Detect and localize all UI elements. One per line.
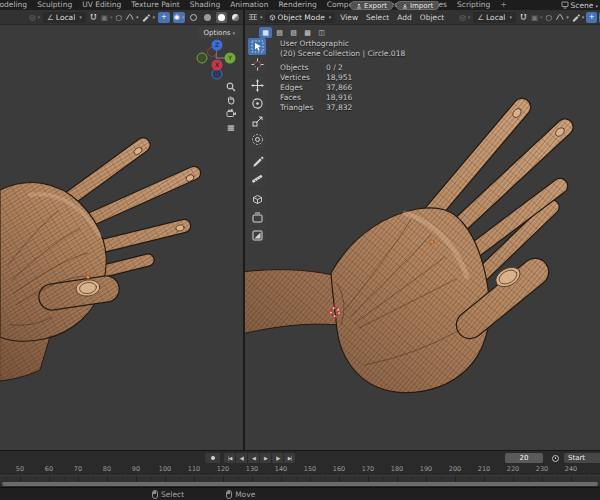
stat-row-faces: Faces18,916: [280, 93, 405, 103]
stat-value: 18,951: [326, 73, 352, 83]
view-name: User Orthographic: [280, 39, 405, 49]
editor-mode-tab-4[interactable]: ▩: [301, 27, 314, 38]
pivot-point-icon[interactable]: ◎: [459, 12, 470, 23]
show-overlays-toggle[interactable]: ◉: [173, 12, 185, 23]
workspace-tab-scripting[interactable]: Scripting: [452, 0, 495, 10]
show-gizmo-toggle[interactable]: +: [158, 12, 170, 23]
object-mode-icon: [269, 14, 276, 21]
export-label: Export: [364, 2, 387, 10]
export-import-group: Export Import: [350, 1, 439, 10]
prev-keyframe-button[interactable]: ◀|: [236, 453, 247, 463]
mode-dropdown[interactable]: Object Mode: [265, 12, 336, 23]
scale-tool[interactable]: [248, 113, 266, 130]
snap-target-icon[interactable]: ▣: [531, 12, 543, 23]
show-gizmo-toggle[interactable]: +: [586, 12, 597, 23]
menu-view[interactable]: View: [337, 13, 361, 22]
left-mouse-icon: [152, 490, 158, 499]
shading-wireframe-button[interactable]: [188, 12, 199, 23]
falloff-icon[interactable]: [555, 12, 569, 23]
cursor-tool[interactable]: [248, 56, 266, 73]
navigation-gizmo[interactable]: Z Y X: [194, 36, 238, 80]
zoom-tool-icon[interactable]: [225, 81, 237, 93]
workspace-tab-texture-paint[interactable]: Texture Paint: [126, 0, 184, 10]
auto-keying-record-button[interactable]: [205, 453, 220, 463]
pan-hand-icon[interactable]: [225, 94, 237, 106]
jump-to-start-button[interactable]: |◀: [224, 453, 235, 463]
editor-mode-tab-5[interactable]: ◫: [315, 27, 328, 38]
pivot-point-icon[interactable]: ◎: [29, 12, 40, 23]
workspace-tab-modeling[interactable]: Modeling: [0, 0, 32, 10]
proportional-edit-icon[interactable]: ○: [115, 12, 122, 23]
frame-tick-label: 210: [470, 465, 498, 473]
proportional-edit-icon[interactable]: ○: [546, 12, 553, 23]
gizmo-axis-neg-y[interactable]: [197, 53, 207, 63]
stat-row-objects: Objects0 / 2: [280, 63, 405, 73]
extra-tool-2[interactable]: [248, 227, 266, 244]
shading-rendered-button[interactable]: [230, 12, 241, 23]
menu-add[interactable]: Add: [394, 13, 415, 22]
timeline-editor[interactable]: |◀◀|◀▶|▶▶| 20 Start 1 506070809010011012…: [0, 450, 600, 487]
import-button[interactable]: Import: [396, 1, 439, 10]
export-button[interactable]: Export: [350, 1, 393, 10]
jump-to-end-button[interactable]: ▶|: [284, 453, 295, 463]
statistics-rows: Objects0 / 2Vertices18,951Edges37,866Fac…: [280, 63, 405, 113]
editor-mode-tab-2[interactable]: ▧: [273, 27, 286, 38]
extra-tool-1[interactable]: [248, 209, 266, 226]
next-keyframe-button[interactable]: |▶: [272, 453, 283, 463]
frame-tick-label: 180: [383, 465, 411, 473]
header-middle-group: ◎ ∠ Local ▣ ○: [459, 12, 568, 23]
camera-view-icon[interactable]: [225, 107, 237, 119]
frame-start-field[interactable]: Start 1: [564, 453, 600, 463]
gizmo-pen-icon[interactable]: [141, 12, 155, 23]
orientation-icon: ∠: [477, 12, 484, 23]
orientation-dropdown-left[interactable]: ∠ Local: [43, 12, 86, 23]
rotate-tool[interactable]: [248, 95, 266, 112]
frame-ruler[interactable]: 5060708090100110120130140150160170180190…: [0, 464, 600, 475]
frame-tick-label: 60: [35, 465, 63, 473]
workspace-tab-animation[interactable]: Animation: [225, 0, 273, 10]
frame-tick-label: 170: [354, 465, 382, 473]
move-tool[interactable]: [248, 77, 266, 94]
editor-mode-tab-3[interactable]: ▨: [287, 27, 300, 38]
editor-mode-tab-1[interactable]: ▦: [259, 27, 272, 38]
measure-tool[interactable]: [248, 170, 266, 187]
solid-icon: [204, 14, 211, 21]
orientation-dropdown-right[interactable]: ∠ Local: [473, 12, 516, 23]
editor-type-icon[interactable]: [248, 12, 263, 23]
workspace-tab-uv-editing[interactable]: UV Editing: [77, 0, 126, 10]
select-box-tool[interactable]: [248, 38, 266, 55]
frame-tick-label: 150: [296, 465, 324, 473]
snap-magnet-icon[interactable]: [519, 12, 528, 23]
scene-selector[interactable]: Scene: [561, 0, 598, 10]
transform-tool[interactable]: [248, 131, 266, 148]
play-button[interactable]: ▶: [260, 453, 271, 463]
annotate-tool[interactable]: [248, 152, 266, 169]
menu-select[interactable]: Select: [363, 13, 392, 22]
stopwatch-icon[interactable]: [549, 453, 561, 463]
orthographic-grid-icon[interactable]: ▦: [225, 121, 237, 133]
snap-target-icon[interactable]: ▣: [101, 12, 113, 23]
left-3d-viewport[interactable]: Options Z Y X ▦: [0, 25, 243, 450]
workspace-tab-shading[interactable]: Shading: [185, 0, 225, 10]
blender-window: ModelingSculptingUV EditingTexture Paint…: [0, 0, 600, 500]
workspace-tab-sculpting[interactable]: Sculpting: [32, 0, 77, 10]
menu-object[interactable]: Object: [417, 13, 447, 22]
stat-label: Objects: [280, 63, 326, 73]
add-workspace-button[interactable]: +: [495, 0, 511, 10]
play-reverse-button[interactable]: ◀: [248, 453, 259, 463]
snap-magnet-icon[interactable]: [89, 12, 98, 23]
gizmo-pen-icon[interactable]: [571, 12, 585, 23]
falloff-icon[interactable]: [125, 12, 139, 23]
import-label: Import: [410, 2, 433, 10]
add-cube-tool[interactable]: [248, 191, 266, 208]
current-frame-field[interactable]: 20: [505, 453, 543, 463]
timeline-scrollbar[interactable]: [2, 482, 598, 486]
material-preview-icon: [218, 14, 225, 21]
stat-row-edges: Edges37,866: [280, 83, 405, 93]
stat-label: Edges: [280, 83, 326, 93]
left-viewport-header: ◎ ∠ Local ▣ ○ + ◉: [0, 10, 243, 25]
right-3d-viewport[interactable]: ▦▧▨▩◫: [243, 25, 600, 450]
workspace-tab-rendering[interactable]: Rendering: [273, 0, 321, 10]
shading-material-button[interactable]: [216, 12, 227, 23]
shading-solid-button[interactable]: [202, 12, 213, 23]
